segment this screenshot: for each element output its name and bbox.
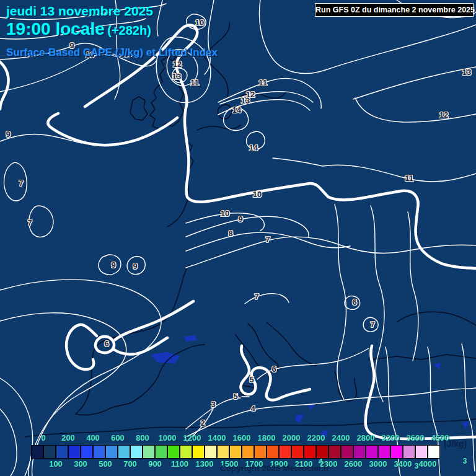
legend-cell (180, 445, 192, 459)
sea-background (0, 0, 476, 476)
legend-cell (328, 445, 341, 459)
legend-scale-value: 1200 (183, 433, 201, 443)
legend-cell (304, 445, 316, 459)
legend-scale-value: 1800 (258, 433, 276, 443)
legend-cell (390, 445, 403, 459)
local-time-text: 19:00 locale (6, 19, 105, 38)
legend-cell (56, 445, 68, 459)
legend-scale-value: 900 (148, 459, 162, 469)
contour-value-label-teal: 3 (463, 457, 467, 465)
legend-cell (43, 445, 56, 459)
contour-value-label: 3 (211, 400, 215, 409)
legend-cell (267, 445, 279, 459)
legend-scale-value: 1600 (233, 433, 251, 443)
contour-value-label: 7 (265, 235, 270, 244)
contour-value-label: 14 (232, 105, 241, 115)
legend-scale-value: 0 (41, 433, 45, 443)
contour-value-label: 5 (233, 392, 237, 401)
forecast-offset-text: (+282h) (107, 24, 151, 37)
contour-value-label: 13 (172, 72, 181, 81)
legend-scale-value: 3000 (369, 459, 387, 469)
legend-cell (217, 445, 229, 459)
legend-cell (167, 445, 180, 459)
legend-scale-value: 800 (136, 433, 149, 443)
legend-scale-value: 3600 (407, 433, 425, 443)
legend-scale-value: 2600 (345, 459, 363, 469)
parameter-subtitle: Surface-Based CAPE (J/kg) et Lifted Inde… (6, 46, 218, 59)
copyright-text: Copyright 2025 Meteociel.fr (220, 464, 329, 473)
contour-value-label: 9 (6, 130, 10, 139)
legend-cell (229, 445, 242, 459)
date-text: jeudi 13 novembre 2025 (6, 4, 218, 19)
contour-value-label: 6 (352, 298, 356, 307)
legend-scale-value: 400 (86, 433, 100, 443)
legend-cell (378, 445, 390, 459)
legend-scale-value: 300 (74, 459, 87, 469)
contour-value-label: 6 (271, 364, 276, 374)
contour-value-label: 9 (111, 260, 115, 270)
header: jeudi 13 novembre 2025 19:00 locale (+28… (6, 4, 218, 59)
legend-scale-value: 100 (49, 459, 63, 469)
legend-cell (155, 445, 167, 459)
contour-value-label: 6 (104, 339, 108, 348)
legend-cell (415, 445, 428, 459)
legend-scale-value: 2200 (307, 433, 325, 443)
contour-value-label: 9 (238, 214, 242, 224)
legend-cell (105, 445, 118, 459)
legend-color-bar (31, 445, 440, 459)
weather-map-page: 1091012131311111213141291411710109787997… (0, 0, 476, 476)
legend-cell (366, 445, 378, 459)
legend-scale-value: 3400 (394, 459, 412, 469)
legend-scale-value: 2400 (332, 433, 350, 443)
contour-value-label: 12 (173, 60, 182, 69)
time-row: 19:00 locale (+282h) (6, 19, 218, 39)
contour-value-label: 8 (228, 229, 232, 238)
legend-cell (242, 445, 254, 459)
legend-cell (254, 445, 267, 459)
legend-scale-value: 1100 (171, 459, 188, 469)
contour-value-label: 9 (133, 262, 137, 271)
contour-value-label: 12 (439, 110, 448, 120)
contour-value-label: 7 (254, 292, 258, 301)
legend-scale-value: 1400 (208, 433, 226, 443)
contour-value-label: 7 (370, 320, 374, 329)
contour-value-label: 10 (221, 209, 229, 218)
legend-cell (403, 445, 415, 459)
contour-value-label: 13 (241, 96, 250, 105)
contour-value-label: 7 (27, 218, 32, 227)
legend-scale-value: 1300 (196, 459, 214, 469)
contour-value-label-teal: 3 (415, 462, 419, 470)
contour-value-label: 4 (250, 404, 255, 413)
legend-scale-value: 1000 (159, 433, 177, 443)
contour-value-label: 5 (249, 375, 253, 384)
legend-scale-value: 700 (123, 459, 137, 469)
legend-cell (316, 445, 328, 459)
legend-cell (81, 445, 93, 459)
legend-cell (143, 445, 155, 459)
legend-cell (93, 445, 105, 459)
legend-cell (68, 445, 81, 459)
contour-value-label: 10 (253, 190, 262, 199)
legend-scale-value: 4000 (419, 459, 437, 469)
legend-cell (118, 445, 130, 459)
contour-value-label: 11 (405, 174, 413, 183)
run-info-box: Run GFS 0Z du dimanche 2 novembre 2025 (315, 3, 474, 17)
legend-cell (291, 445, 304, 459)
unit-label: (J/kg) (444, 439, 467, 449)
legend-cell (192, 445, 205, 459)
legend-cell (279, 445, 291, 459)
map-canvas (0, 0, 476, 476)
contour-value-label: 11 (190, 78, 199, 87)
legend-scale-value: 200 (61, 433, 75, 443)
legend-scale-value: 2800 (357, 433, 375, 443)
legend-cell (31, 445, 43, 459)
legend-cell (205, 445, 217, 459)
legend-cell (341, 445, 353, 459)
legend-scale-value: 3200 (382, 433, 400, 443)
contour-value-label: 7 (19, 178, 23, 188)
legend-cell (428, 445, 440, 459)
contour-value-label: 2 (200, 418, 205, 428)
contour-value-label: 11 (258, 78, 267, 87)
legend-scale-value: 600 (111, 433, 125, 443)
contour-value-label: 14 (249, 143, 258, 152)
